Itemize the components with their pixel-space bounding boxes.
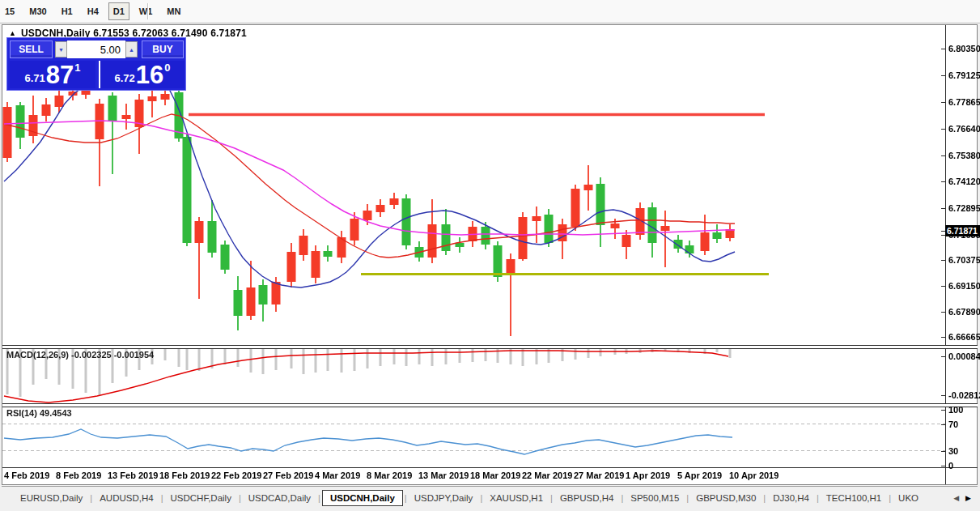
- volume-decrease-button[interactable]: ▼: [55, 41, 67, 57]
- chart-tab-bar: EURUSD,Daily|AUDUSD,H4|USDCHF,Daily|USDC…: [2, 486, 978, 509]
- price-axis-label: 6.69150: [948, 281, 980, 291]
- price-axis-label: 6.75380: [948, 151, 980, 160]
- buy-price-digits: 16: [136, 64, 163, 87]
- tab-scroll-buttons: ◀ ▶: [953, 494, 978, 502]
- price-axis-label: 6.72895: [948, 203, 980, 213]
- rsi-panel-separator[interactable]: [2, 403, 978, 407]
- tab-gbpusd-h4[interactable]: GBPUSD,H4: [553, 490, 621, 506]
- rsi-axis-label: 0: [948, 461, 953, 471]
- tab-eurusd-daily[interactable]: EURUSD,Daily: [13, 490, 90, 506]
- buy-price-quote[interactable]: 6.72 16 0: [99, 61, 185, 88]
- time-axis-label: 5 Apr 2019: [677, 471, 722, 480]
- tab-usdjpy-daily[interactable]: USDJPY,Daily: [407, 490, 481, 506]
- tab-scroll-left-icon[interactable]: ◀: [953, 494, 959, 502]
- tab-usdcnh-daily[interactable]: USDCNH,Daily: [322, 490, 403, 506]
- tab-usdcad-daily[interactable]: USDCAD,Daily: [241, 490, 318, 506]
- tab-gbpusd-m30[interactable]: GBPUSD,M30: [689, 490, 763, 506]
- sell-price-pip: 1: [74, 62, 80, 74]
- tabs-holder: EURUSD,Daily|AUDUSD,H4|USDCHF,Daily|USDC…: [13, 490, 926, 506]
- time-axis-label: 8 Mar 2019: [367, 471, 412, 480]
- time-axis-label: 27 Mar 2019: [574, 471, 624, 480]
- sell-price-digits: 87: [46, 64, 74, 87]
- price-axis-label: 6.79125: [948, 70, 980, 80]
- rsi-indicator-label: RSI(14) 49.4543: [6, 408, 72, 418]
- sell-price-prefix: 6.71: [24, 72, 45, 84]
- tab-divider: |: [318, 493, 320, 503]
- current-price-marker: 6.71871: [945, 225, 980, 236]
- price-axis-label: 6.80350: [948, 44, 980, 53]
- rsi-axis-label: 30: [948, 446, 958, 456]
- tab-uko[interactable]: UKO: [891, 490, 926, 506]
- macd-axis-label: 0.000849: [948, 351, 980, 361]
- time-axis-label: 27 Feb 2019: [263, 471, 313, 480]
- buy-price-prefix: 6.72: [114, 72, 134, 84]
- sell-button[interactable]: SELL: [10, 40, 53, 58]
- price-axis-label: 6.77865: [948, 97, 980, 107]
- time-axis-label: 1 Apr 2019: [626, 471, 670, 480]
- time-axis-line: [2, 467, 978, 468]
- volume-input[interactable]: [67, 40, 125, 58]
- time-axis-label: 13 Feb 2019: [108, 471, 158, 480]
- triangle-down-icon: ▼: [58, 47, 64, 53]
- tab-usdchf-daily[interactable]: USDCHF,Daily: [163, 490, 239, 506]
- sell-price-quote[interactable]: 6.71 87 1: [10, 61, 95, 88]
- tab-sp500-m15[interactable]: SP500,M15: [623, 490, 686, 506]
- time-axis-label: 8 Feb 2019: [56, 471, 101, 480]
- price-axis-label: 6.70375: [948, 255, 980, 265]
- tab-xauusd-h1[interactable]: XAUUSD,H1: [482, 490, 550, 506]
- time-axis-label: 18 Mar 2019: [470, 471, 520, 480]
- time-axis-label: 4 Feb 2019: [4, 471, 49, 480]
- buy-price-pip: 0: [164, 62, 170, 74]
- price-axis-label: 6.76640: [948, 124, 980, 134]
- tab-scroll-right-icon[interactable]: ▶: [965, 494, 971, 502]
- rsi-axis-label: 70: [948, 419, 958, 429]
- price-axis-line: [945, 25, 946, 484]
- time-axis-label: 13 Mar 2019: [418, 471, 469, 480]
- rsi-axis-label: 100: [948, 405, 963, 415]
- price-axis-label: 6.66665: [948, 332, 980, 342]
- macd-panel-separator[interactable]: [2, 345, 978, 349]
- price-axis-label: 6.74120: [948, 177, 980, 186]
- triangle-up-icon: ▲: [129, 47, 134, 53]
- time-axis-label: 22 Mar 2019: [522, 471, 572, 480]
- tab-audusd-h4[interactable]: AUDUSD,H4: [92, 490, 160, 506]
- tab-dj30-h4[interactable]: DJ30,H4: [766, 490, 817, 506]
- time-axis-label: 22 Feb 2019: [211, 471, 261, 480]
- one-click-trade-panel: SELL ▼ ▲ BUY 6.71 87 1 6.72 16 0: [6, 37, 186, 91]
- tab-tech100-h1[interactable]: TECH100,H1: [819, 490, 889, 506]
- time-axis-label: 10 Apr 2019: [729, 471, 778, 480]
- macd-axis-label: -0.028124: [948, 390, 980, 400]
- buy-button[interactable]: BUY: [142, 40, 184, 58]
- time-axis-label: 18 Feb 2019: [159, 471, 210, 480]
- price-axis-label: 6.67890: [948, 307, 980, 317]
- volume-increase-button[interactable]: ▲: [125, 41, 138, 57]
- time-axis-label: 4 Mar 2019: [315, 471, 360, 480]
- macd-indicator-label: MACD(12,26,9) -0.002325 -0.001954: [6, 350, 154, 360]
- expand-triangle-icon[interactable]: ▲: [9, 29, 16, 37]
